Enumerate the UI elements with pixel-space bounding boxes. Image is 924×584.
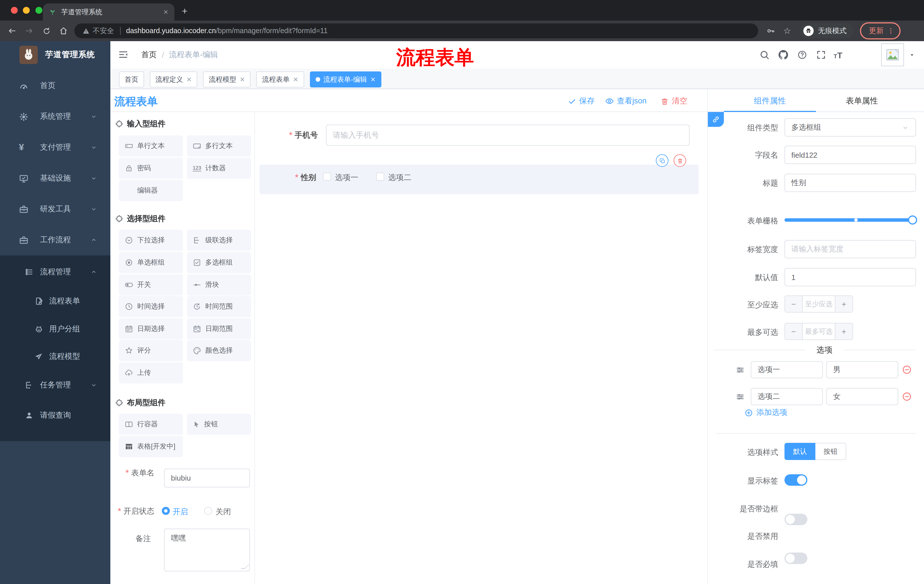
radio-on[interactable] — [162, 507, 170, 515]
max-select-placeholder[interactable]: 最多可选 — [803, 327, 835, 336]
sidebar-item-home[interactable]: 首页 — [0, 70, 111, 101]
home-icon[interactable] — [55, 26, 72, 35]
option-1-label-input[interactable]: 选项一 — [751, 361, 823, 378]
clear-button[interactable]: 清空 — [660, 96, 687, 106]
add-option-button[interactable]: 添加选项 — [744, 408, 787, 418]
save-button[interactable]: 保存 — [568, 96, 595, 106]
radio-off[interactable] — [204, 507, 212, 515]
gender-checkbox-1[interactable] — [323, 173, 331, 181]
tab-process-form[interactable]: 流程表单✕ — [256, 71, 304, 87]
font-size-icon[interactable]: TT — [834, 50, 843, 60]
drag-handle-icon[interactable] — [735, 365, 745, 375]
disabled-toggle[interactable] — [784, 553, 807, 564]
sidebar-item-payment[interactable]: ¥ 支付管理 — [0, 132, 111, 163]
palette-item-time-range[interactable]: 时间范围 — [187, 296, 251, 317]
tab-close-icon[interactable]: ✕ — [186, 76, 191, 83]
tab-close-icon[interactable] — [163, 9, 169, 15]
sidebar-item-process-form[interactable]: 流程表单 — [0, 287, 111, 315]
palette-item-button[interactable]: 按钮 — [187, 414, 251, 435]
sidebar-item-infra[interactable]: 基础设施 — [0, 163, 111, 194]
avatar[interactable] — [881, 43, 904, 66]
tab-close-icon[interactable]: ✕ — [370, 76, 375, 83]
palette-item-editor[interactable]: 编辑器 — [119, 180, 183, 201]
palette-item-multi-text[interactable]: 多行文本 — [187, 135, 251, 156]
avatar-dropdown-icon[interactable] — [909, 51, 916, 58]
tab-home[interactable]: 首页 — [119, 71, 144, 87]
grid-slider-track[interactable] — [784, 218, 912, 222]
palette-item-checkbox-group[interactable]: 多选框组 — [187, 252, 251, 273]
palette-item-password[interactable]: 密码 — [119, 158, 183, 179]
breadcrumb-home[interactable]: 首页 — [141, 50, 157, 60]
min-select-placeholder[interactable]: 至少应选 — [803, 299, 835, 309]
fullscreen-icon[interactable] — [816, 50, 826, 60]
palette-item-cascader[interactable]: 级联选择 — [187, 230, 251, 251]
sidebar-item-user-group[interactable]: 用户分组 — [0, 315, 111, 343]
reload-icon[interactable] — [38, 26, 55, 35]
sidebar-collapse-icon[interactable] — [118, 49, 129, 60]
option-2-value-input[interactable]: 女 — [826, 388, 898, 405]
remove-option-icon[interactable] — [902, 392, 912, 402]
palette-item-radio-group[interactable]: 单选框组 — [119, 252, 183, 273]
stepper-plus-button[interactable]: + — [835, 296, 853, 312]
delete-field-button[interactable] — [673, 154, 686, 167]
github-icon[interactable] — [778, 49, 789, 61]
browser-menu-icon[interactable] — [887, 27, 895, 35]
border-toggle[interactable] — [784, 514, 807, 525]
remove-option-icon[interactable] — [902, 365, 912, 375]
sidebar-brand[interactable]: 芋道管理系统 — [0, 41, 111, 69]
label-width-input[interactable]: 请输入标签宽度 — [784, 240, 916, 258]
show-label-toggle[interactable] — [784, 474, 807, 486]
not-secure-icon[interactable] — [82, 27, 90, 35]
form-name-input[interactable]: biubiu — [164, 469, 250, 487]
sidebar-item-system[interactable]: 系统管理 — [0, 101, 111, 132]
forward-icon[interactable] — [21, 26, 38, 35]
window-close-button[interactable] — [11, 7, 18, 14]
sidebar-item-process-mgmt[interactable]: 流程管理 — [0, 257, 111, 287]
type-select[interactable]: 多选框组 — [784, 118, 916, 137]
stepper-plus-button[interactable]: + — [835, 323, 853, 339]
search-icon[interactable] — [759, 50, 770, 60]
gender-checkbox-2[interactable] — [376, 173, 384, 181]
palette-item-upload[interactable]: 上传 — [119, 362, 183, 383]
style-default-button[interactable]: 默认 — [784, 443, 815, 460]
palette-item-row-container[interactable]: 行容器 — [119, 414, 183, 435]
title-input[interactable]: 性别 — [784, 174, 916, 192]
palette-item-date-range[interactable]: 日期范围 — [187, 318, 251, 339]
new-tab-button[interactable]: + — [182, 6, 188, 17]
slider-handle[interactable] — [908, 216, 917, 225]
back-icon[interactable] — [3, 26, 21, 35]
default-value-input[interactable]: 1 — [784, 268, 916, 286]
sidebar-item-process-model[interactable]: 流程模型 — [0, 343, 111, 370]
field-name-input[interactable]: field122 — [784, 146, 916, 164]
drag-handle-icon[interactable] — [735, 392, 745, 402]
sidebar-item-devtools[interactable]: 研发工具 — [0, 194, 111, 225]
gender-option-2-label[interactable]: 选项二 — [388, 173, 411, 183]
palette-item-switch[interactable]: 开关 — [119, 274, 183, 295]
browser-tab[interactable]: 芋道管理系统 — [43, 3, 174, 21]
window-minimize-button[interactable] — [23, 7, 30, 14]
palette-item-table[interactable]: 表格[开发中] — [119, 436, 183, 457]
tab-process-model[interactable]: 流程模型✕ — [203, 71, 251, 87]
window-zoom-button[interactable] — [35, 7, 42, 14]
radio-off-label[interactable]: 关闭 — [216, 507, 231, 517]
palette-item-counter[interactable]: 123计数器 — [187, 158, 251, 179]
palette-item-select[interactable]: 下拉选择 — [119, 230, 183, 251]
update-button[interactable]: 更新 — [860, 22, 901, 39]
tab-process-definition[interactable]: 流程定义✕ — [150, 71, 197, 87]
sidebar-item-leave-query[interactable]: 请假查询 — [0, 400, 111, 430]
view-json-button[interactable]: 查看json — [605, 96, 647, 106]
sidebar-item-task-mgmt[interactable]: 任务管理 — [0, 370, 111, 400]
palette-item-single-text[interactable]: 单行文本 — [119, 135, 183, 156]
option-2-label-input[interactable]: 选项二 — [751, 388, 823, 405]
palette-item-date-picker[interactable]: 日期选择 — [119, 318, 183, 339]
radio-on-label[interactable]: 开启 — [173, 507, 188, 517]
tab-form-props[interactable]: 表单属性 — [816, 96, 908, 106]
stepper-minus-button[interactable]: − — [785, 323, 803, 339]
help-icon[interactable] — [797, 50, 807, 60]
sidebar-item-workflow[interactable]: 工作流程 — [0, 225, 111, 255]
tab-close-icon[interactable]: ✕ — [239, 76, 245, 83]
gender-option-1-label[interactable]: 选项一 — [335, 173, 358, 183]
bookmark-star-icon[interactable]: ☆ — [783, 26, 791, 36]
palette-item-color-picker[interactable]: 颜色选择 — [187, 340, 251, 361]
phone-input[interactable]: 请输入手机号 — [326, 125, 690, 146]
